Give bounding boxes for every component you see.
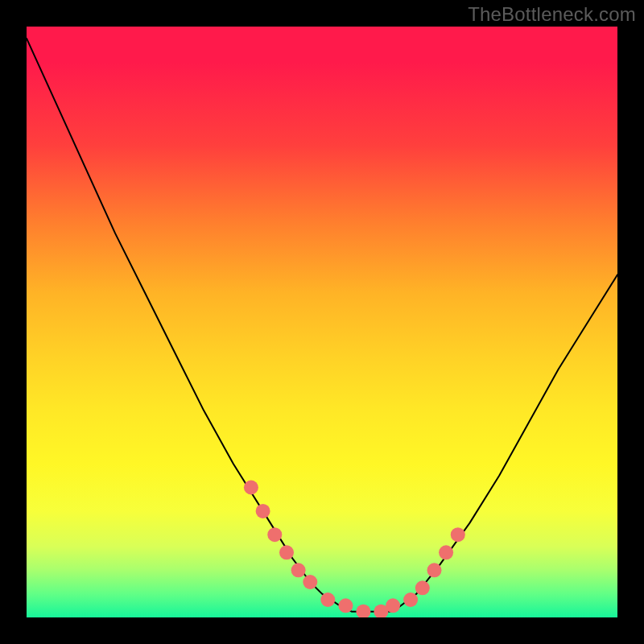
data-marker — [386, 598, 400, 613]
chart-svg — [27, 27, 617, 617]
bottleneck-curve — [27, 39, 617, 612]
data-marker — [244, 481, 258, 495]
data-marker — [439, 545, 453, 559]
data-marker — [427, 563, 442, 577]
data-marker — [303, 575, 317, 589]
data-markers — [244, 481, 465, 618]
watermark-label: TheBottleneck.com — [468, 3, 636, 26]
data-marker — [451, 527, 465, 542]
data-marker — [279, 545, 294, 559]
data-marker — [320, 592, 335, 607]
data-marker — [356, 605, 370, 617]
data-marker — [267, 527, 282, 542]
data-marker — [338, 598, 353, 613]
data-marker — [256, 504, 270, 518]
data-marker — [415, 580, 430, 595]
data-marker — [291, 563, 306, 577]
chart-stage: TheBottleneck.com — [0, 0, 644, 644]
plot-area — [27, 27, 617, 617]
data-marker — [403, 592, 418, 607]
